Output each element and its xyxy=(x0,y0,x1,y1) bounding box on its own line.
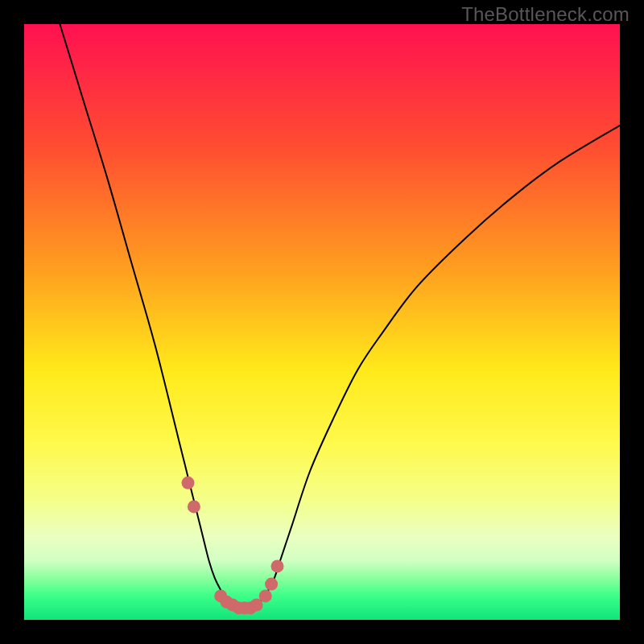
highlight-dot xyxy=(259,589,272,602)
highlight-dot xyxy=(188,500,200,513)
highlight-dot xyxy=(271,559,284,572)
plot-area xyxy=(24,24,620,620)
bottleneck-chart xyxy=(24,24,620,620)
watermark-text: TheBottleneck.com xyxy=(461,3,630,26)
gradient-background xyxy=(24,24,620,620)
highlight-dot xyxy=(182,477,195,489)
highlight-dot xyxy=(265,578,278,591)
chart-frame: TheBottleneck.com xyxy=(0,0,644,644)
